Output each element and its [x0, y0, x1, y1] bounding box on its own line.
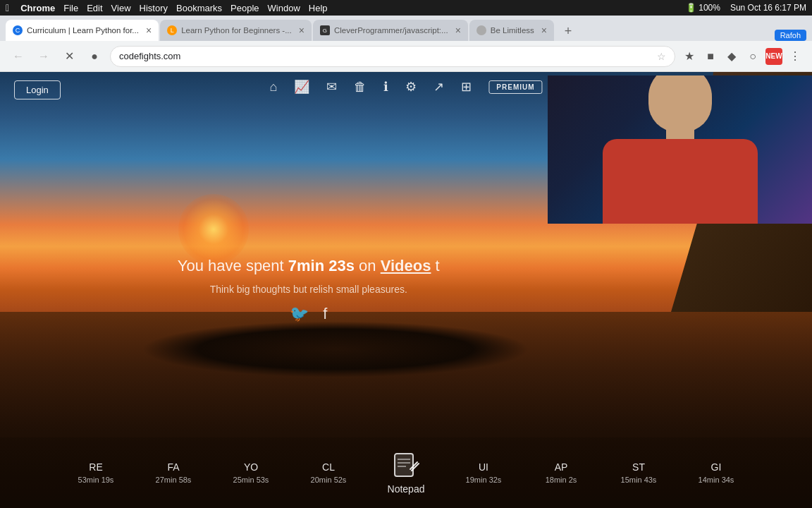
bottom-item-ap[interactable]: AP 18min 2s [522, 461, 600, 484]
bottom-item-gi-time: 14min 34s [699, 476, 734, 484]
bottom-bar: RE 53min 19s FA 27min 58s YO 25min 53s C… [0, 437, 812, 508]
center-content: You have spent 7min 23s on Videos t Thin… [178, 257, 440, 323]
tab-2[interactable]: L Learn Python for Beginners -... × [160, 20, 312, 41]
tab-2-close[interactable]: × [299, 25, 304, 36]
notepad-icon [390, 451, 422, 482]
bottom-item-cl[interactable]: CL 20min 52s [290, 461, 367, 484]
bottom-item-ui[interactable]: UI 19min 32s [445, 461, 522, 484]
main-text-before: You have spent [178, 257, 288, 274]
bottom-item-yo-label: YO [244, 461, 258, 473]
bottom-item-yo[interactable]: YO 25min 53s [212, 461, 290, 484]
main-text: You have spent 7min 23s on Videos t [178, 257, 440, 275]
tab-1-favicon: C [13, 25, 23, 35]
bookmark-icon[interactable]: ☆ [657, 51, 666, 62]
settings-nav-icon[interactable]: ⚙ [405, 79, 417, 95]
sun-glow [178, 194, 249, 265]
trash-nav-icon[interactable]: 🗑 [354, 80, 367, 95]
address-bar: ← → ✕ ● codefights.com ☆ ★ ■ ◆ ○ NEW ⋮ [0, 41, 812, 72]
mail-nav-icon[interactable]: ✉ [326, 79, 337, 95]
extension-icon-4[interactable]: ○ [744, 48, 761, 65]
bottom-item-fa-label: FA [167, 461, 179, 473]
extension-icon-2[interactable]: ■ [702, 48, 719, 65]
menubar-history[interactable]: History [140, 3, 168, 13]
url-text: codefights.com [119, 51, 651, 61]
social-icons: 🐦 f [178, 305, 440, 323]
home-nav-icon[interactable]: ⌂ [269, 80, 277, 95]
bottom-item-ap-time: 18min 2s [546, 476, 577, 484]
tab-1-title: Curriculum | Learn Python for... [27, 26, 139, 35]
stats-nav-icon[interactable]: 📈 [294, 79, 309, 95]
menubar-window[interactable]: Window [268, 3, 300, 13]
menubar-view[interactable]: View [111, 3, 131, 13]
webcam-overlay [548, 75, 812, 224]
tab-bar: C Curriculum | Learn Python for... × L L… [0, 16, 812, 41]
bottom-item-ui-time: 19min 32s [466, 476, 502, 484]
menubar-chrome[interactable]: Chrome [20, 3, 55, 13]
bottom-item-st[interactable]: ST 15min 43s [600, 461, 677, 484]
tab-1-close[interactable]: × [146, 25, 152, 36]
tab-3[interactable]: G CleverProgrammer/javascript:... × [313, 20, 468, 41]
reload-button[interactable]: ✕ [59, 47, 79, 66]
grid-nav-icon[interactable]: ⊞ [461, 79, 472, 95]
bottom-item-notepad-label: Notepad [388, 483, 425, 495]
info-nav-icon[interactable]: ℹ [383, 79, 388, 95]
tab-4[interactable]: Be Limitless × [469, 20, 554, 41]
sub-text: Think big thoughts but relish small plea… [178, 284, 440, 295]
facebook-icon[interactable]: f [323, 305, 327, 323]
home-button[interactable]: ● [85, 47, 104, 66]
tab-3-favicon: G [320, 25, 330, 35]
tab-1[interactable]: C Curriculum | Learn Python for... × [6, 20, 159, 41]
bottom-item-cl-time: 20min 52s [311, 476, 347, 484]
bottom-item-fa[interactable]: FA 27min 58s [135, 461, 212, 484]
menubar-bookmarks[interactable]: Bookmarks [176, 3, 222, 13]
bottom-item-fa-time: 27min 58s [156, 476, 192, 484]
person-shirt [603, 139, 758, 224]
main-text-underline: Videos [381, 257, 431, 274]
tab-3-close[interactable]: × [455, 25, 461, 36]
person-head [648, 75, 712, 132]
tab-4-close[interactable]: × [541, 25, 547, 36]
bottom-item-re[interactable]: RE 53min 19s [57, 461, 135, 484]
menubar-status: 🔋 100% Sun Oct 16 6:17 PM [686, 3, 806, 13]
extension-icon-3[interactable]: ◆ [723, 48, 740, 65]
bottom-item-notepad[interactable]: Notepad [367, 451, 445, 495]
tab-3-title: CleverProgrammer/javascript:... [334, 26, 448, 35]
menubar-help[interactable]: Help [309, 3, 328, 13]
bottom-item-ap-label: AP [555, 461, 568, 473]
menubar-file[interactable]: File [63, 3, 78, 13]
bottom-item-yo-time: 25min 53s [233, 476, 269, 484]
svg-rect-0 [395, 454, 413, 476]
bottom-item-re-label: RE [89, 461, 102, 473]
main-text-highlight: 7min 23s [288, 257, 355, 274]
tab-4-favicon [476, 25, 486, 35]
bottom-item-ui-label: UI [479, 461, 488, 473]
datetime: Sun Oct 16 6:17 PM [730, 3, 806, 13]
chrome-window: C Curriculum | Learn Python for... × L L… [0, 16, 812, 508]
premium-badge[interactable]: PREMIUM [488, 80, 542, 94]
menubar-edit[interactable]: Edit [87, 3, 102, 13]
twitter-icon[interactable]: 🐦 [290, 305, 309, 323]
main-text-after: t [431, 257, 439, 274]
menubar-people[interactable]: People [230, 3, 259, 13]
extension-icon-new[interactable]: NEW [765, 48, 782, 65]
bottom-item-re-time: 53min 19s [78, 476, 114, 484]
bottom-item-gi-label: GI [711, 461, 722, 473]
more-button[interactable]: ⋮ [787, 48, 804, 65]
forward-button[interactable]: → [34, 47, 54, 66]
back-button[interactable]: ← [8, 47, 28, 66]
webpage: Login ⌂ 📈 ✉ 🗑 ℹ ⚙ ↗ ⊞ PREMIUM ☰ You have… [0, 72, 812, 508]
rocks-foreground [141, 321, 530, 377]
new-tab-button[interactable]: + [558, 21, 578, 41]
tab-4-title: Be Limitless [491, 26, 534, 35]
url-bar[interactable]: codefights.com ☆ [110, 46, 675, 67]
share-nav-icon[interactable]: ↗ [433, 79, 444, 95]
apple-menu[interactable]:  [6, 2, 9, 13]
login-button[interactable]: Login [14, 80, 61, 99]
extension-icon-1[interactable]: ★ [681, 48, 698, 65]
toolbar-icons: ★ ■ ◆ ○ NEW ⋮ [681, 48, 804, 65]
bottom-item-gi[interactable]: GI 14min 34s [677, 461, 755, 484]
menubar:  Chrome File Edit View History Bookmark… [0, 0, 812, 16]
tab-right-controls: Rafoh [775, 30, 806, 41]
profile-badge[interactable]: Rafoh [775, 30, 806, 41]
main-text-middle: on [355, 257, 381, 274]
